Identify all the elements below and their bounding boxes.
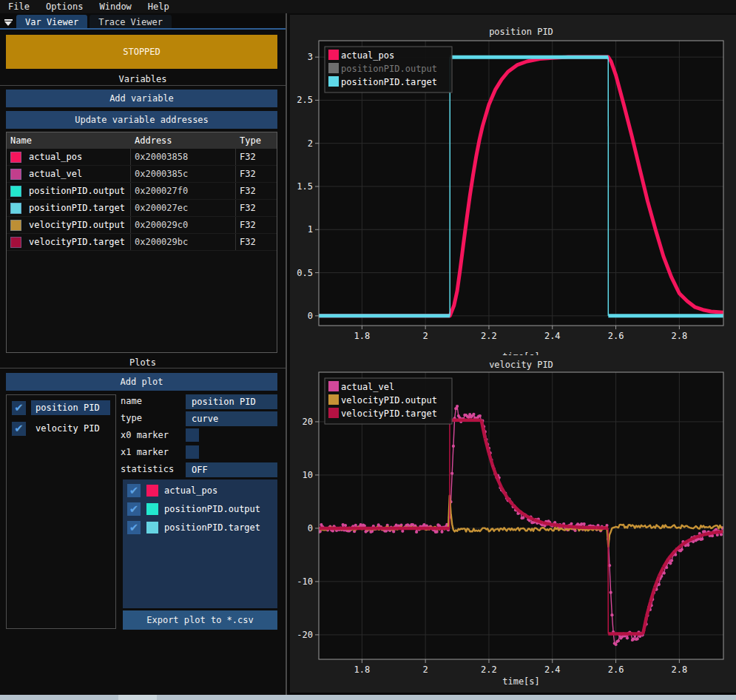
plot-series-panel: ✔ actual_pos ✔ positionPID.output ✔ posi… [123,479,277,608]
add-plot-button[interactable]: Add plot [6,373,277,391]
variable-address: 0x200029bc [131,234,236,250]
series-color-swatch[interactable] [146,485,158,497]
variable-type: F32 [236,183,277,199]
tab-trace-viewer[interactable]: Trace Viewer [90,15,172,30]
plot-type-row: type curve [118,411,278,426]
svg-text:1: 1 [308,224,313,235]
variable-type: F32 [236,217,277,233]
type-label: type [121,413,142,423]
variable-name: velocityPID.output [29,220,125,230]
var-viewer-pane: STOPPED Variables Add variable Update va… [0,30,286,695]
variable-row[interactable]: positionPID.output 0x200027f0 F32 [7,183,277,200]
plot-name-label[interactable]: velocity PID [31,421,104,436]
series-enabled-checkbox[interactable]: ✔ [127,521,141,534]
menu-window[interactable]: Window [91,0,139,13]
series-list-item[interactable]: ✔ positionPID.output [127,502,277,516]
series-color-swatch[interactable] [146,503,158,515]
series-list-item[interactable]: ✔ actual_pos [127,483,277,498]
plots-panel: 1.822.22.42.62.800.511.522.53position PI… [290,15,736,693]
variable-name: velocityPID.target [29,237,125,247]
variable-color-swatch[interactable] [10,152,21,163]
x1-marker-checkbox[interactable] [186,445,199,459]
series-enabled-checkbox[interactable]: ✔ [127,502,141,516]
plot-name-label[interactable]: position PID [31,400,110,415]
variable-color-swatch[interactable] [10,237,21,248]
plot-list-item[interactable]: ✔ position PID [12,400,115,416]
add-variable-button[interactable]: Add variable [6,90,277,107]
update-variable-addresses-button[interactable]: Update variable addresses [6,111,277,129]
variable-name: actual_pos [29,152,82,162]
scrollbar-thumb[interactable] [118,695,157,700]
divider [0,368,286,368]
svg-text:position PID: position PID [489,27,553,37]
svg-text:2.4: 2.4 [544,664,561,675]
statistics-field[interactable]: OFF [186,462,277,477]
tab-var-viewer[interactable]: Var Viewer [16,15,87,30]
menu-options[interactable]: Options [38,0,92,13]
col-header-address: Address [131,132,236,149]
variable-color-swatch[interactable] [10,169,21,180]
pane-divider[interactable] [286,13,287,695]
bottom-scrollbar[interactable] [0,695,736,700]
svg-text:20: 20 [303,417,313,427]
svg-text:velocityPID.output: velocityPID.output [341,395,437,405]
svg-text:2: 2 [308,138,313,149]
variable-row[interactable]: actual_vel 0x2000385c F32 [7,166,277,183]
variable-address: 0x20003858 [131,149,236,165]
variable-color-swatch[interactable] [10,203,21,214]
plot-type-field[interactable]: curve [186,411,277,426]
plot-list-item[interactable]: ✔ velocity PID [12,420,115,437]
menu-help[interactable]: Help [140,0,178,13]
statistics-row: statistics OFF [118,462,278,477]
position-pid-chart[interactable]: 1.822.22.42.62.800.511.522.53position PI… [290,18,736,355]
acquisition-status-button[interactable]: STOPPED [6,35,277,69]
export-csv-button[interactable]: Export plot to *.csv [123,610,277,630]
svg-text:2.2: 2.2 [481,664,497,675]
svg-text:0: 0 [308,523,313,534]
menu-file[interactable]: File [0,0,38,13]
x0-marker-row: x0 marker [118,428,278,443]
svg-text:velocity PID: velocity PID [489,360,553,370]
series-list-item[interactable]: ✔ positionPID.target [127,520,277,535]
variable-color-swatch[interactable] [10,220,21,231]
svg-text:actual_pos: actual_pos [341,50,394,61]
svg-text:2.6: 2.6 [608,664,624,675]
variable-color-swatch[interactable] [10,186,21,197]
svg-text:positionPID.target: positionPID.target [341,77,437,87]
variable-row[interactable]: positionPID.target 0x200027ec F32 [7,200,277,217]
variable-address: 0x2000385c [131,166,236,182]
variable-address: 0x200027ec [131,200,236,216]
table-header-row: Name Address Type [7,132,277,149]
variable-row[interactable]: velocityPID.output 0x200029c0 F32 [7,217,277,234]
name-label: name [121,396,142,406]
series-name-label: actual_pos [164,485,217,496]
variable-row[interactable]: velocityPID.target 0x200029bc F32 [7,234,277,251]
plot-name-row: name position PID [118,394,278,409]
collapse-tabs-icon[interactable] [0,15,16,30]
velocity-pid-chart[interactable]: 1.822.22.42.62.8-20-1001020velocity PIDt… [290,357,736,690]
series-name-label: positionPID.target [164,522,260,533]
svg-text:-10: -10 [297,576,313,587]
series-enabled-checkbox[interactable]: ✔ [127,484,141,497]
svg-text:2.8: 2.8 [672,331,688,341]
svg-text:1.8: 1.8 [354,331,371,341]
svg-text:-20: -20 [297,630,313,640]
variable-row[interactable]: actual_pos 0x20003858 F32 [7,149,277,166]
svg-text:0: 0 [308,311,313,321]
variables-section-title: Variables [0,74,286,84]
svg-text:time[s]: time[s] [502,676,540,687]
svg-text:10: 10 [303,470,313,480]
variable-type: F32 [236,149,277,165]
divider [0,85,286,86]
svg-text:2: 2 [423,331,428,341]
series-color-swatch[interactable] [146,522,158,534]
plot-name-field[interactable]: position PID [186,394,277,409]
svg-text:actual_vel: actual_vel [341,382,394,392]
variable-name: positionPID.output [29,186,125,196]
variables-table: Name Address Type actual_pos 0x20003858 … [6,132,277,353]
plot-enabled-checkbox[interactable]: ✔ [12,422,26,436]
svg-text:1.5: 1.5 [297,181,313,192]
x0-marker-checkbox[interactable] [186,428,199,442]
series-name-label: positionPID.output [164,504,260,514]
plot-enabled-checkbox[interactable]: ✔ [12,401,26,415]
